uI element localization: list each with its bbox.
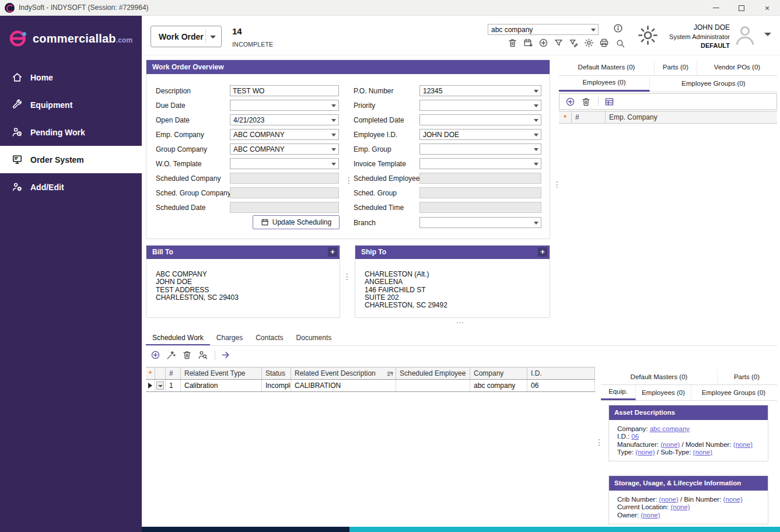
current-row-indicator: [148, 383, 152, 388]
cell-num[interactable]: 1: [166, 380, 181, 391]
tab-br-parts[interactable]: Parts (0): [718, 369, 776, 384]
logo-word-commercial: commercial: [33, 32, 99, 45]
wand-icon[interactable]: [166, 350, 176, 360]
subtype-label: / Sub-Type:: [657, 449, 691, 456]
bill-ship-splitter-handle[interactable]: ⋮: [343, 272, 351, 281]
logo-word-lab: lab: [99, 32, 116, 45]
completed-date-combo[interactable]: [419, 114, 541, 125]
type-link[interactable]: (none): [635, 449, 655, 456]
cell-company[interactable]: abc company: [470, 380, 527, 391]
col-related-event-type[interactable]: Related Event Type: [181, 368, 262, 379]
add-icon[interactable]: [151, 350, 160, 360]
filter-edit-icon[interactable]: [569, 38, 579, 48]
owner-link[interactable]: (none): [641, 512, 660, 519]
address-line: TEST ADDRESS: [156, 286, 340, 294]
manufacturer-link[interactable]: (none): [660, 441, 680, 448]
tab-documents[interactable]: Documents: [290, 331, 338, 345]
current-location-link[interactable]: (none): [670, 503, 690, 510]
cell-related-event-type[interactable]: Calibration: [181, 380, 262, 391]
work-order-dropdown-button[interactable]: Work Order: [151, 26, 222, 47]
forward-arrow-icon[interactable]: [221, 350, 231, 360]
print-icon[interactable]: [599, 38, 609, 48]
commerciallab-logo: commerciallab.com: [0, 16, 142, 48]
trash-icon[interactable]: [508, 38, 517, 48]
close-button[interactable]: ×: [754, 0, 780, 16]
cell-scheduled-employee[interactable]: [396, 380, 470, 391]
branch-combo[interactable]: [419, 217, 541, 228]
ship-to-add-button[interactable]: +: [538, 247, 547, 257]
po-number-combo[interactable]: 12345: [419, 85, 541, 96]
add-icon[interactable]: [538, 38, 548, 48]
col-num[interactable]: #: [166, 368, 181, 379]
priority-combo[interactable]: [419, 100, 541, 111]
col-id[interactable]: I.D.: [527, 368, 595, 379]
tab-parts[interactable]: Parts (0): [655, 60, 697, 75]
field-label: Scheduled Time: [354, 204, 404, 212]
tab-charges[interactable]: Charges: [210, 331, 249, 345]
chevron-down-icon: [534, 104, 538, 107]
employees-col-num[interactable]: #: [572, 111, 606, 123]
invoice-template-combo[interactable]: [419, 158, 541, 169]
tab-employee-groups[interactable]: Employee Groups (0): [650, 76, 777, 92]
cell-id[interactable]: 06: [527, 380, 595, 391]
sidebar-item-order-system[interactable]: Order System: [0, 146, 142, 173]
sidebar-item-equipment[interactable]: Equipment: [0, 91, 142, 118]
sidebar-item-add-edit[interactable]: Add/Edit: [0, 173, 142, 201]
tab-default-masters[interactable]: Default Masters (0): [559, 60, 655, 75]
col-company[interactable]: Company: [470, 368, 527, 379]
filter-icon[interactable]: [554, 38, 564, 48]
settings-gear-icon[interactable]: [637, 24, 659, 46]
employee-search-icon[interactable]: [198, 350, 208, 360]
maximize-button[interactable]: [729, 0, 754, 16]
user-menu-chevron-icon[interactable]: [764, 33, 771, 36]
bin-number-link[interactable]: (none): [723, 496, 743, 503]
overview-panel-title: Work Order Overview: [146, 60, 550, 74]
storage-lifecycle-title: Storage, Usage, & Lifecycle Information: [609, 476, 768, 491]
company-link[interactable]: abc company: [650, 425, 690, 432]
settings-small-icon[interactable]: [584, 38, 594, 48]
tab-equip[interactable]: Equip.: [601, 385, 636, 400]
crib-number-link[interactable]: (none): [659, 496, 678, 503]
model-link[interactable]: (none): [733, 441, 753, 448]
field-label: Sched. Group: [354, 189, 397, 197]
col-status[interactable]: Status: [262, 368, 291, 379]
table-row[interactable]: 1 Calibration Incomple CALIBRATION abc c…: [146, 380, 595, 392]
cell-related-event-description[interactable]: CALIBRATION: [291, 380, 396, 391]
sidebar-item-pending-work[interactable]: Pending Work: [0, 118, 142, 146]
bill-to-add-button[interactable]: +: [328, 247, 337, 257]
model-label: / Model Number:: [682, 441, 732, 448]
sidebar-item-home[interactable]: Home: [0, 64, 142, 91]
id-link[interactable]: 06: [631, 433, 639, 440]
count-status: INCOMPLETE: [232, 41, 273, 48]
tab-scheduled-work[interactable]: Scheduled Work: [146, 331, 210, 345]
trash-icon[interactable]: [581, 97, 591, 107]
grid-view-icon[interactable]: [604, 97, 614, 107]
add-icon[interactable]: [565, 97, 575, 107]
ship-to-title: Ship To: [361, 248, 386, 256]
cell-status[interactable]: Incomple: [262, 380, 291, 391]
col-related-event-description[interactable]: Related Event Description: [291, 368, 396, 379]
tab-vendor-pos[interactable]: Vendor POs (0): [697, 60, 777, 75]
tab-employees[interactable]: Employees (0): [559, 76, 650, 92]
employees-col-company[interactable]: Emp. Company: [606, 111, 777, 123]
company-combo[interactable]: abc company: [488, 24, 599, 35]
tab-br-employees[interactable]: Employees (0): [636, 385, 691, 400]
horizontal-splitter-handle[interactable]: …: [456, 316, 464, 325]
emp-group-combo[interactable]: [419, 144, 541, 155]
search-icon[interactable]: [615, 38, 625, 48]
tab-contacts[interactable]: Contacts: [249, 331, 289, 345]
user-avatar[interactable]: [732, 22, 758, 48]
tab-br-default-masters[interactable]: Default Masters (0): [601, 369, 718, 384]
info-icon[interactable]: [613, 23, 623, 33]
column-splitter-handle[interactable]: ⋮: [345, 176, 353, 185]
row-dropdown-button[interactable]: [156, 382, 164, 390]
minimize-button[interactable]: [703, 0, 729, 16]
col-expander: [155, 368, 166, 379]
bottom-panel-splitter-handle[interactable]: ⋮: [595, 438, 603, 447]
tab-br-employee-groups[interactable]: Employee Groups (0): [691, 385, 776, 400]
calendar-add-icon[interactable]: [523, 38, 533, 48]
trash-icon[interactable]: [182, 350, 192, 360]
subtype-link[interactable]: (none): [693, 449, 712, 456]
col-scheduled-employee[interactable]: Scheduled Employee: [396, 368, 470, 379]
employee-id-combo[interactable]: JOHN DOE: [419, 129, 541, 140]
